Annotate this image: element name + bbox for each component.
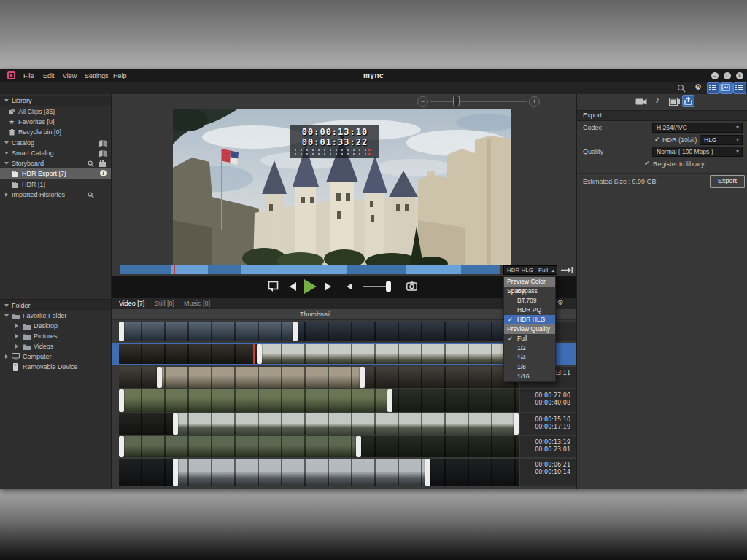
- list-settings-gear-icon[interactable]: ⚙: [557, 298, 564, 306]
- clip-row-7[interactable]: 00:00:06:2100:00:10:14: [112, 459, 576, 489]
- play-button[interactable]: [304, 279, 317, 294]
- folder-section-header[interactable]: Folder: [0, 300, 111, 311]
- item-label: Computer: [23, 351, 52, 362]
- export-button[interactable]: Export: [710, 175, 745, 188]
- zoom-out-button[interactable]: −: [417, 96, 428, 107]
- close-button[interactable]: ×: [736, 72, 743, 79]
- codec-select[interactable]: H.264/AVC ▾: [652, 122, 743, 133]
- next-frame-button[interactable]: [325, 282, 331, 291]
- maximize-button[interactable]: □: [724, 72, 731, 79]
- snapshot-camera-icon[interactable]: [406, 281, 417, 291]
- trim-handle-left[interactable]: [173, 459, 178, 486]
- clip-row-4[interactable]: 00:00:27:0000:00:40:08: [112, 389, 576, 412]
- playhead[interactable]: [174, 265, 175, 274]
- trim-handle-left[interactable]: [257, 344, 262, 364]
- quality-select[interactable]: Normal ( 100 Mbps ) ▾: [652, 147, 743, 157]
- sidebar-item-all-clips[interactable]: All Clips [35]: [0, 106, 111, 117]
- view-list-button[interactable]: [707, 82, 720, 94]
- trim-handle-right[interactable]: [360, 367, 365, 388]
- colorspace-dropdown-button[interactable]: HDR HLG - Full ▴: [503, 265, 557, 275]
- sidebar-item-smart-catalog[interactable]: Smart Catalog: [0, 148, 111, 158]
- menu-item-half[interactable]: 1/2: [504, 343, 555, 353]
- backdrop-bottom: [0, 489, 747, 560]
- hdr-checkbox[interactable]: ✓: [654, 136, 660, 143]
- menu-item-sixteenth[interactable]: 1/16: [504, 372, 555, 381]
- trim-handle-right[interactable]: [425, 459, 430, 486]
- clip-icon[interactable]: [669, 98, 680, 106]
- volume-slider-track[interactable]: [363, 286, 389, 287]
- sidebar-item-storyboard[interactable]: Storyboard: [0, 158, 111, 168]
- minimize-button[interactable]: –: [711, 72, 719, 79]
- zoom-slider-thumb[interactable]: [453, 96, 460, 106]
- tab-video[interactable]: Video [7]: [119, 298, 144, 309]
- sidebar-item-desktop[interactable]: Desktop: [0, 321, 111, 331]
- trim-handle-left[interactable]: [157, 367, 162, 388]
- settings-gear-icon[interactable]: ⚙: [694, 82, 702, 92]
- menu-item-eighth[interactable]: 1/8: [504, 362, 555, 372]
- filmstrip: [119, 389, 519, 412]
- sidebar-item-favorites[interactable]: ★ Favorites [0]: [0, 117, 111, 127]
- sidebar-item-imported-histories[interactable]: Imported Histories: [0, 190, 111, 200]
- expand-arrow-icon: [15, 324, 18, 328]
- menu-item-hdr-pq[interactable]: HDR PQ: [504, 306, 555, 315]
- collapse-arrow-icon: [4, 152, 9, 155]
- full-screen-pin-icon[interactable]: [560, 266, 573, 274]
- info-icon[interactable]: i: [100, 170, 107, 176]
- menu-item-label: HDR HLG: [517, 316, 545, 323]
- sidebar-item-removable-device[interactable]: Removable Device: [0, 362, 111, 372]
- sidebar-item-favorite-folder[interactable]: Favorite Folder: [0, 311, 111, 321]
- view-thumbnail-button[interactable]: [720, 82, 733, 94]
- search-icon[interactable]: [677, 84, 686, 93]
- zoom-in-button[interactable]: +: [529, 96, 540, 107]
- tab-music[interactable]: Music [0]: [184, 298, 210, 309]
- register-checkbox[interactable]: ✓: [644, 160, 650, 167]
- video-camera-icon[interactable]: [635, 98, 647, 106]
- sidebar-item-catalog[interactable]: Catalog: [0, 138, 111, 148]
- trim-handle-right[interactable]: [387, 389, 392, 412]
- trim-handle-left[interactable]: [119, 322, 124, 341]
- sidebar-item-videos[interactable]: Videos: [0, 341, 111, 351]
- menu-item-bypass[interactable]: Bypass: [504, 287, 555, 296]
- hdr-checkbox-label[interactable]: HDR (10bit): [662, 135, 697, 145]
- hdr-format-select[interactable]: HLG ▾: [700, 135, 743, 145]
- menu-item-bt709[interactable]: BT.709: [504, 296, 555, 306]
- music-note-icon[interactable]: ♪: [655, 95, 659, 105]
- colorspace-button-label: HDR HLG - Full: [507, 266, 548, 274]
- smart-catalog-book-icon: [99, 150, 107, 157]
- clip-row-6[interactable]: 00:00:13:1900:00:23:01: [112, 436, 576, 457]
- search-icon[interactable]: [88, 160, 94, 167]
- star-icon: ★: [9, 117, 15, 127]
- menu-item-quarter[interactable]: 1/4: [504, 353, 555, 362]
- speaker-icon[interactable]: [347, 284, 352, 289]
- search-icon[interactable]: [88, 192, 94, 198]
- sidebar-item-hdr[interactable]: HDR [1]: [0, 179, 111, 190]
- previous-frame-button[interactable]: [290, 282, 296, 291]
- volume-slider-thumb[interactable]: [386, 281, 391, 292]
- video-preview[interactable]: 00:00:13:10 00:01:33:22: [173, 109, 511, 265]
- trim-handle-right[interactable]: [514, 413, 519, 435]
- export-mode-button[interactable]: [682, 95, 694, 107]
- menu-item-full[interactable]: ✓Full: [504, 334, 555, 343]
- library-section-header[interactable]: Library: [0, 96, 111, 106]
- seek-bar[interactable]: [120, 265, 500, 274]
- register-checkbox-label[interactable]: Register to library: [653, 159, 705, 169]
- sidebar-item-recycle-bin[interactable]: Recycle bin [0]: [0, 127, 111, 137]
- window-title: mync: [0, 71, 747, 79]
- trim-handle-left[interactable]: [173, 413, 178, 435]
- zoom-slider-track[interactable]: [430, 101, 527, 102]
- sidebar-item-pictures[interactable]: Pictures: [0, 331, 111, 341]
- view-detail-button[interactable]: [733, 82, 746, 94]
- trim-handle-left[interactable]: [119, 436, 124, 457]
- trim-handle-right[interactable]: [293, 322, 298, 341]
- menu-item-hdr-hlg[interactable]: ✓HDR HLG: [504, 315, 555, 324]
- tab-still[interactable]: Still [0]: [155, 298, 174, 309]
- trim-handle-left[interactable]: [119, 389, 124, 412]
- sidebar-item-hdr-export[interactable]: HDR Export [7] i: [0, 168, 111, 179]
- row-playhead[interactable]: [253, 344, 255, 364]
- clip-row-5[interactable]: 00:00:15:1000:00:17:19: [112, 413, 576, 435]
- thumbnail-header-label: Thumbnail: [112, 309, 519, 319]
- trim-handle-right[interactable]: [356, 436, 361, 457]
- loop-range-icon[interactable]: [267, 281, 279, 292]
- trim-range: [257, 344, 519, 364]
- sidebar-item-computer[interactable]: Computer: [0, 351, 111, 362]
